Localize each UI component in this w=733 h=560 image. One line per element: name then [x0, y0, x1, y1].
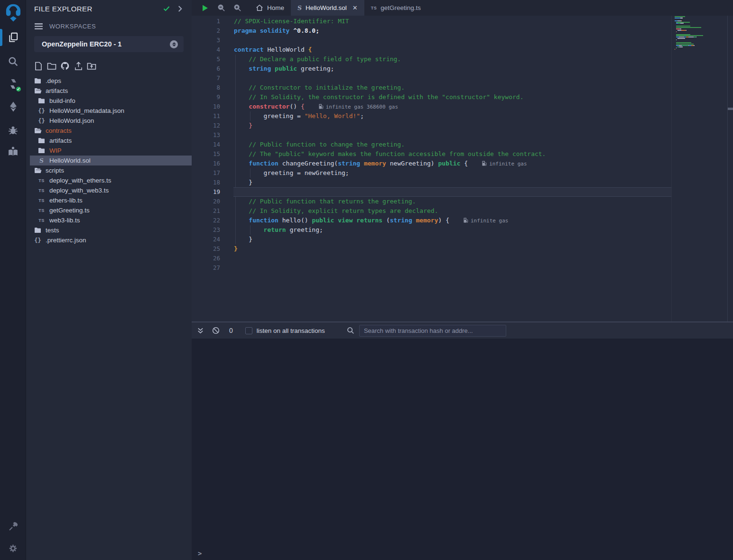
code-text: greeting = "Hello, World!"; — [234, 111, 364, 121]
check-icon[interactable] — [163, 5, 170, 12]
chevron-right-icon[interactable] — [177, 6, 183, 12]
minimap-line — [675, 26, 727, 27]
file-tree: .depsartifactsbuild-info{}HelloWorld_met… — [26, 76, 192, 245]
sidebar-item-deploy-run[interactable] — [0, 98, 26, 116]
tree-item-artifacts[interactable]: artifacts — [26, 86, 192, 96]
remix-logo[interactable] — [0, 2, 26, 24]
line-number: 20 — [192, 197, 220, 206]
sidebar-item-learneth[interactable] — [0, 142, 26, 160]
workspace-select[interactable]: OpenZeppelin ERC20 - 1 — [34, 36, 184, 52]
code-line: 1// SPDX-License-Identifier: MIT — [192, 17, 733, 26]
new-file-button[interactable] — [34, 61, 43, 71]
line-number: 2 — [192, 26, 220, 36]
tab-label: Home — [267, 4, 284, 11]
tree-item-label: contracts — [46, 127, 72, 134]
line-number: 15 — [192, 149, 220, 159]
tree-item-label: .deps — [46, 77, 61, 84]
terminal-clear-icon[interactable] — [212, 327, 220, 334]
code-text: constructor() {infinite gas 368600 gas — [234, 102, 398, 112]
code-line: 12 } — [192, 121, 733, 130]
tree-item--deps[interactable]: .deps — [26, 76, 192, 86]
minimap-line — [675, 42, 727, 43]
code-text: contract HelloWorld { — [234, 45, 312, 55]
minimap[interactable] — [671, 16, 727, 321]
workspaces-row: WORKSPACES — [26, 21, 192, 31]
tree-item-web3-lib-ts[interactable]: TSweb3-lib.ts — [26, 215, 192, 225]
terminal-search-input[interactable] — [359, 325, 506, 337]
tab-home[interactable]: Home — [249, 0, 291, 16]
minimap-line — [675, 50, 727, 51]
listen-transactions-checkbox[interactable] — [245, 327, 252, 334]
sidebar-item-settings[interactable] — [0, 539, 26, 557]
tree-item-scripts[interactable]: scripts — [26, 165, 192, 175]
tree-item-label: artifacts — [49, 137, 72, 144]
tree-item-getgreeting-ts[interactable]: TSgetGreeting.ts — [26, 205, 192, 215]
tree-item-label: HelloWorld_metadata.json — [49, 107, 124, 114]
terminal-search-icon — [347, 327, 354, 334]
tree-item-tests[interactable]: tests — [26, 225, 192, 235]
code-text: // Constructor to initialize the greetin… — [234, 83, 405, 92]
minimap-line — [675, 37, 727, 37]
tree-item-ethers-lib-ts[interactable]: TSethers-lib.ts — [26, 195, 192, 205]
upload-folder-button[interactable] — [87, 61, 96, 71]
tab-getgreeting-ts[interactable]: TSgetGreeting.ts — [364, 0, 427, 16]
zoom-in-button[interactable] — [231, 0, 243, 16]
minimap-line — [675, 44, 727, 45]
sidebar-item-solidity-compiler[interactable]: ✓ — [0, 75, 26, 93]
solidity-icon: S — [297, 4, 302, 11]
sidebar-item-debugger[interactable] — [0, 121, 26, 139]
tab-helloworld-sol[interactable]: SHelloWorld.sol✕ — [291, 0, 364, 16]
sidebar-item-plugin-manager[interactable] — [0, 517, 26, 535]
code-line: 26 — [192, 254, 733, 263]
sidebar-item-search[interactable] — [0, 52, 26, 70]
folder-open-icon — [34, 167, 42, 174]
code-line: 27 — [192, 263, 733, 273]
remix-logo-icon — [3, 3, 23, 23]
tree-item-helloworld-sol[interactable]: SHelloWorld.sol — [26, 156, 192, 165]
vertical-icon-bar: ✓ — [0, 0, 26, 560]
tree-item-helloworld-metadata-json[interactable]: {}HelloWorld_metadata.json — [26, 106, 192, 116]
code-line: 11 greeting = "Hello, World!"; — [192, 111, 733, 121]
sidebar-item-file-explorer[interactable] — [0, 28, 26, 46]
code-text: // Public function to change the greetin… — [234, 140, 405, 149]
overview-ruler-cursor — [728, 108, 733, 110]
line-number: 16 — [192, 159, 220, 168]
tree-item-artifacts[interactable]: artifacts — [26, 136, 192, 146]
clone-github-button[interactable] — [60, 61, 70, 71]
code-text: // SPDX-License-Identifier: MIT — [234, 17, 349, 26]
tree-item-deploy-with-ethers-ts[interactable]: TSdeploy_with_ethers.ts — [26, 175, 192, 185]
line-number: 12 — [192, 121, 220, 130]
tree-item-contracts[interactable]: contracts — [26, 126, 192, 136]
tree-item-wip[interactable]: WIP — [26, 146, 192, 156]
zoom-out-button[interactable] — [215, 0, 227, 16]
file-explorer-header: FILE EXPLORER — [26, 0, 192, 17]
close-tab-icon[interactable]: ✕ — [353, 4, 358, 11]
code-area[interactable]: 1// SPDX-License-Identifier: MIT2pragma … — [192, 16, 733, 321]
indent-guide — [235, 187, 236, 197]
line-number: 18 — [192, 178, 220, 187]
terminal-output[interactable]: > — [192, 339, 733, 560]
tree-item-helloworld-json[interactable]: {}HelloWorld.json — [26, 116, 192, 126]
transaction-count: 0 — [229, 327, 233, 334]
tree-item-deploy-with-web3-ts[interactable]: TSdeploy_with_web3.ts — [26, 185, 192, 195]
hamburger-menu-icon[interactable] — [34, 23, 43, 30]
new-folder-button[interactable] — [47, 61, 56, 71]
overview-ruler[interactable] — [727, 16, 733, 321]
terminal-collapse-icon[interactable] — [197, 327, 204, 334]
minimap-line — [675, 38, 727, 39]
tree-item--prettierrc-json[interactable]: {}.prettierrc.json — [26, 235, 192, 245]
code-text: return greeting; — [234, 225, 323, 235]
tree-item-build-info[interactable]: build-info — [26, 96, 192, 106]
minimap-line — [675, 39, 727, 40]
minimap-line — [675, 23, 727, 24]
minimap-line — [675, 31, 727, 32]
solidity-icon: S — [37, 157, 46, 164]
run-script-button[interactable] — [199, 0, 211, 16]
code-line: 15 // The "public" keyword makes the fun… — [192, 149, 733, 159]
line-number: 25 — [192, 244, 220, 254]
gas-estimate-hint: infinite gas — [482, 161, 527, 167]
indent-guide — [235, 130, 236, 140]
json-icon: {} — [37, 118, 46, 124]
minimap-line — [675, 20, 727, 21]
upload-file-button[interactable] — [74, 61, 83, 71]
